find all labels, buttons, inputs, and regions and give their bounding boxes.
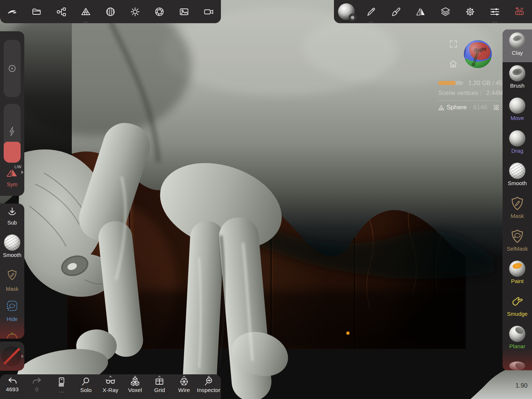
inspector-label: Inspector [197,387,221,393]
tool-label: Mask [511,213,524,219]
tool-next-partial[interactable] [503,356,532,370]
sub-label[interactable]: Sub [0,220,24,226]
camera-button[interactable] [196,0,221,23]
add-primitive-button[interactable]: … [74,0,98,23]
wire-caret [183,375,186,377]
memory-bar-fill [438,81,456,85]
pencil-more: … [359,19,383,23]
object-row[interactable]: Sphere · 6146 · [438,104,503,111]
sub-icon[interactable] [7,207,17,218]
brush-cursor-dot [346,332,349,335]
mask-label[interactable]: Mask [0,286,24,292]
tool-planar[interactable]: Planar [503,323,532,356]
tool-mask[interactable]: Mask [503,193,532,225]
gizmo-icon[interactable] [6,333,18,339]
drag-tool-icon [509,130,525,146]
mirror-icon [415,7,426,17]
history-button[interactable]: … [49,374,74,399]
top-left-toolbar: … [0,0,221,23]
radius-slider[interactable] [4,40,21,97]
sym-label[interactable]: Sym [0,181,24,187]
inspector-caret [207,375,210,377]
zoom-level: 1.90 [509,382,528,389]
brush-tool-icon [509,65,525,81]
grid-button[interactable]: Grid [147,374,172,399]
smooth-tool-icon[interactable] [4,234,20,251]
files-button[interactable] [25,0,49,23]
scene-graph-button[interactable] [49,0,74,23]
matcap-button[interactable] [98,0,123,23]
tool-label: Brush [510,82,524,89]
lighting-button[interactable] [123,0,147,23]
tool-smudge[interactable]: Smudge [503,290,532,323]
stroke-falloff-panel [0,342,24,371]
tool-move[interactable]: Move [503,95,532,127]
wire-button[interactable]: Wire [172,374,197,399]
tool-label: Smooth [508,180,527,186]
tool-drag[interactable]: Drag [503,127,532,160]
intensity-fill [4,142,21,163]
voxel-button[interactable]: Voxel [123,374,147,399]
debug-toolbox-button[interactable] [507,0,532,23]
layers-icon [440,7,451,17]
solo-magnifier-icon [81,377,91,386]
smudge-hand-icon [509,293,525,310]
tool-smooth[interactable]: Smooth [503,160,532,193]
tool-label: Move [511,115,524,121]
stroke-settings-button[interactable]: … [359,0,383,23]
material-settings-badge [349,14,356,21]
symmetry-button[interactable] [408,0,433,23]
voxel-grid-icon [494,105,499,110]
tool-paint[interactable]: Paint [503,258,532,290]
mask-tool-icon[interactable] [6,268,18,282]
layers-button[interactable] [433,0,458,23]
redo-icon [32,377,42,386]
planar-tool-icon [509,326,525,342]
grid-label: Grid [154,387,165,393]
sun-icon [130,7,140,17]
sym-expand-arrow[interactable] [21,170,24,174]
sym-icon[interactable] [6,167,18,177]
aperture-icon [154,7,165,17]
object-name: Sphere [447,104,467,111]
interface-button[interactable]: … [483,0,507,23]
memory-bar [438,81,463,85]
stroke-expand-arrow[interactable] [21,354,24,358]
stroke-preview-button[interactable] [2,346,22,366]
hide-tool-icon[interactable] [6,300,18,312]
solo-button[interactable]: Solo [74,374,98,399]
material-button[interactable] [334,0,359,23]
intensity-slider[interactable] [4,104,21,163]
fullscreen-icon[interactable] [450,40,457,48]
partial-tool-icon [509,361,525,370]
wireframe-icon [179,377,189,386]
hide-label[interactable]: Hide [0,316,24,322]
navigation-sphere[interactable]: Right Bottom Front [464,40,492,68]
image-icon [179,7,189,17]
tool-brush[interactable]: Brush [503,62,532,95]
move-tool-icon [509,98,525,114]
paint-all-button[interactable] [384,0,408,23]
smooth-label[interactable]: Smooth [0,252,24,258]
tool-clay[interactable]: Clay [503,29,532,62]
tool-label: Smudge [507,311,528,317]
left-slider-panel: L/W Sym [0,31,24,196]
scene-vertices-label: Scene vertices： [438,89,484,96]
add-primitive-more: … [74,19,98,23]
redo-button[interactable]: 0 [25,374,49,399]
smooth-tool-icon [509,163,525,179]
add-primitive-icon [81,7,91,17]
background-image-button[interactable] [172,0,197,23]
home-icon[interactable] [449,60,457,68]
inspector-button[interactable]: Inspector [196,374,221,399]
radius-icon [8,64,17,73]
settings-button[interactable] [458,0,482,23]
undo-button[interactable]: 4693 [0,374,25,399]
app-menu-button[interactable] [0,0,25,23]
xray-button[interactable]: X-Ray [98,374,123,399]
tool-label: Planar [509,343,525,349]
tool-label: Paint [511,278,524,284]
postprocess-button[interactable] [147,0,172,23]
tool-selmask[interactable]: SelMask [503,225,532,258]
tool-label: SelMask [507,246,528,252]
